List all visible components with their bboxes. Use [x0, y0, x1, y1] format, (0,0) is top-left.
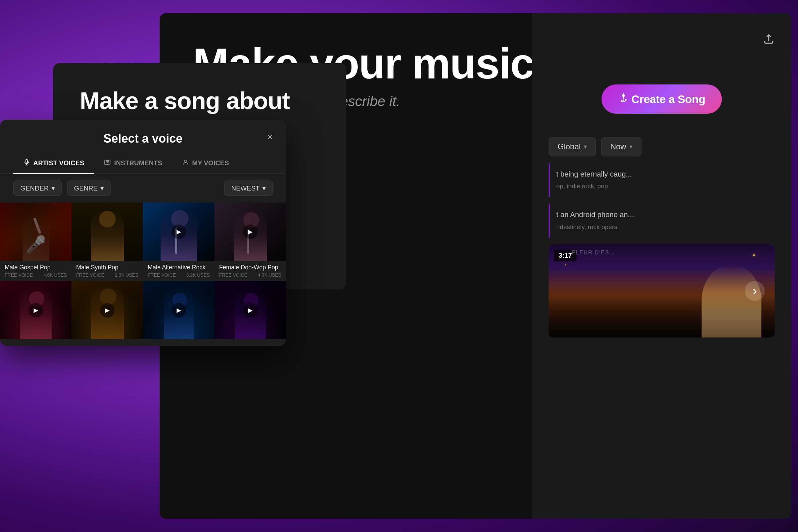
song-nav-arrow[interactable]: ›	[745, 281, 765, 301]
genre-filter[interactable]: GENRE ▾	[67, 180, 111, 196]
time-filter-button[interactable]: Now ▾	[601, 137, 641, 156]
tab-my-voices-label: MY VOICES	[192, 159, 229, 167]
tab-bar: ARTIST VOICES INSTRUMENTS	[0, 146, 286, 174]
voice-card-1[interactable]: Male Gospel Pop FREE VOICE 4.6K USES	[0, 203, 72, 281]
voice-card-7[interactable]: ▶	[143, 281, 214, 346]
voice-card-4-type: FREE VOICE	[219, 272, 247, 278]
voice-card-3-uses: 3.2K USES	[186, 272, 210, 278]
sort-filter[interactable]: NEWEST ▾	[224, 180, 273, 196]
voice-card-2-type: FREE VOICE	[76, 272, 104, 278]
modal-filters: GENDER ▾ GENRE ▾ NEWEST ▾	[0, 174, 286, 203]
voice-card-4-name: Female Doo-Wop Pop	[219, 264, 281, 271]
create-song-button[interactable]: Create a Song	[602, 84, 722, 114]
modal-header: Select a voice ×	[0, 120, 286, 146]
voice-card-3-type: FREE VOICE	[148, 272, 176, 278]
play-button-8[interactable]: ▶	[243, 303, 258, 318]
svg-rect-2	[26, 159, 27, 163]
right-topbar	[549, 26, 775, 61]
gender-chevron: ▾	[52, 184, 55, 192]
play-button-4[interactable]: ▶	[243, 225, 258, 239]
modal-close-button[interactable]: ×	[267, 132, 273, 142]
play-button-3[interactable]: ▶	[172, 225, 186, 239]
genre-label: GENRE	[74, 185, 98, 192]
voice-card-1-uses: 4.6K USES	[43, 272, 67, 278]
voice-card-1-meta: FREE VOICE 4.6K USES	[5, 272, 67, 278]
sort-label: NEWEST	[231, 185, 260, 192]
select-voice-modal: Select a voice × ARTIST VOICES	[0, 120, 286, 346]
song-card[interactable]: 3:17 FLEUR D'ES... FOGGY READY ›	[549, 244, 775, 338]
create-song-label: Create a Song	[631, 93, 705, 106]
voice-card-1-name: Male Gospel Pop	[5, 264, 67, 271]
trending-text-1: t being eternally caug...op, indie rock,…	[556, 168, 768, 191]
voice-card-2-meta: FREE VOICE 2.9K USES	[76, 272, 138, 278]
sort-chevron: ▾	[262, 184, 266, 192]
song-card-image: 3:17 FLEUR D'ES... FOGGY READY	[549, 244, 775, 338]
tab-instruments-label: INSTRUMENTS	[114, 159, 162, 167]
voice-grid-row1: Male Gospel Pop FREE VOICE 4.6K USES Mal…	[0, 203, 286, 281]
voice-card-5-info	[0, 339, 72, 346]
tab-artist-voices[interactable]: ARTIST VOICES	[13, 154, 94, 174]
svg-point-9	[184, 160, 187, 162]
time-chevron: ▾	[629, 143, 632, 150]
trending-item-2: t an Android phone an...ndestinely, rock…	[549, 204, 775, 238]
tab-my-voices[interactable]: MY VOICES	[172, 154, 239, 174]
scope-chevron: ▾	[584, 143, 587, 150]
right-panel: Create a Song Global ▾ Now ▾ t being ete…	[532, 13, 791, 519]
voice-card-8[interactable]: ▶	[214, 281, 286, 346]
voice-card-4-info: Female Doo-Wop Pop FREE VOICE 4.0K USES	[214, 261, 286, 281]
voice-card-3-name: Male Alternative Rock	[148, 264, 210, 271]
voice-card-2[interactable]: Male Synth Pop FREE VOICE 2.9K USES	[72, 203, 143, 281]
gender-label: GENDER	[20, 185, 49, 192]
music-icon	[618, 94, 631, 105]
person-tab-icon	[182, 159, 189, 167]
mic-tab-icon	[23, 159, 30, 167]
voice-card-6[interactable]: ▶	[72, 281, 143, 346]
gender-filter[interactable]: GENDER ▾	[13, 180, 62, 196]
scope-filter-button[interactable]: Global ▾	[549, 137, 596, 156]
voice-card-7-info	[143, 339, 214, 346]
voice-card-3-meta: FREE VOICE 3.2K USES	[148, 272, 210, 278]
voice-card-3[interactable]: ▶ Male Alternative Rock FREE VOICE 3.2K …	[143, 203, 214, 281]
voice-card-5[interactable]: ▶	[0, 281, 72, 346]
play-button-7[interactable]: ▶	[172, 303, 186, 318]
fleur-label: FLEUR D'ES...	[572, 250, 616, 256]
scope-filters: Global ▾ Now ▾	[549, 137, 775, 156]
svg-point-1	[625, 99, 626, 101]
time-label: Now	[610, 142, 626, 151]
piano-tab-icon	[104, 159, 111, 167]
voice-card-2-info: Male Synth Pop FREE VOICE 2.9K USES	[72, 261, 143, 281]
voice-card-3-info: Male Alternative Rock FREE VOICE 3.2K US…	[143, 261, 214, 281]
play-button-5[interactable]: ▶	[28, 303, 43, 318]
scope-label: Global	[557, 142, 581, 151]
voice-card-4-uses: 4.0K USES	[258, 272, 281, 278]
voice-card-1-type: FREE VOICE	[5, 272, 33, 278]
play-button-6[interactable]: ▶	[100, 303, 115, 318]
svg-point-0	[621, 100, 623, 102]
share-icon[interactable]	[763, 33, 775, 48]
tab-instruments[interactable]: INSTRUMENTS	[94, 154, 172, 174]
modal-title: Select a voice	[103, 132, 183, 146]
voice-card-2-name: Male Synth Pop	[76, 264, 138, 271]
tab-artist-voices-label: ARTIST VOICES	[33, 159, 84, 167]
voice-card-8-info	[214, 339, 286, 346]
voice-card-2-uses: 2.9K USES	[115, 272, 138, 278]
voice-card-4[interactable]: ▶ Female Doo-Wop Pop FREE VOICE 4.0K USE…	[214, 203, 286, 281]
trending-text-2: t an Android phone an...ndestinely, rock…	[556, 209, 768, 232]
voice-card-1-info: Male Gospel Pop FREE VOICE 4.6K USES	[0, 261, 72, 281]
trending-item-1: t being eternally caug...op, indie rock,…	[549, 163, 775, 197]
voice-card-6-info	[72, 339, 143, 346]
voice-grid-row2: ▶ ▶ ▶	[0, 281, 286, 346]
genre-chevron: ▾	[100, 184, 104, 192]
voice-card-4-meta: FREE VOICE 4.0K USES	[219, 272, 281, 278]
